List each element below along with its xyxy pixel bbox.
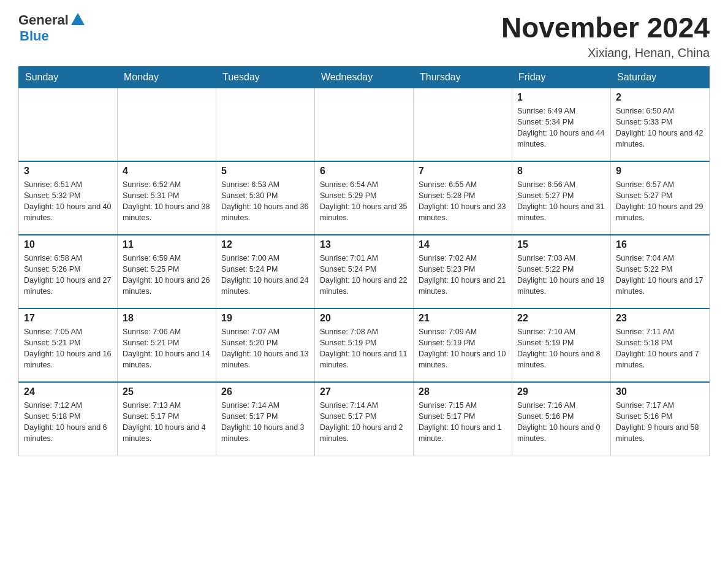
day-info: Sunrise: 6:55 AM Sunset: 5:28 PM Dayligh… [419, 179, 507, 224]
logo: General Blue [18, 12, 85, 44]
day-of-week-header: Thursday [414, 66, 512, 88]
logo-general-text: General [18, 12, 69, 28]
calendar-cell: 28Sunrise: 7:15 AM Sunset: 5:17 PM Dayli… [414, 382, 512, 456]
calendar-cell: 18Sunrise: 7:06 AM Sunset: 5:21 PM Dayli… [118, 308, 216, 382]
calendar-cell [216, 88, 315, 161]
day-info: Sunrise: 7:11 AM Sunset: 5:18 PM Dayligh… [616, 326, 704, 371]
day-number: 24 [24, 386, 112, 397]
day-number: 21 [419, 313, 507, 324]
day-info: Sunrise: 7:06 AM Sunset: 5:21 PM Dayligh… [123, 326, 211, 371]
calendar-week-row: 24Sunrise: 7:12 AM Sunset: 5:18 PM Dayli… [19, 382, 710, 456]
day-number: 2 [616, 92, 704, 103]
day-number: 10 [24, 239, 112, 250]
day-info: Sunrise: 7:13 AM Sunset: 5:17 PM Dayligh… [123, 400, 211, 445]
svg-marker-0 [71, 13, 85, 25]
calendar-cell: 29Sunrise: 7:16 AM Sunset: 5:16 PM Dayli… [512, 382, 611, 456]
calendar-cell: 1Sunrise: 6:49 AM Sunset: 5:34 PM Daylig… [512, 88, 611, 161]
calendar-cell: 20Sunrise: 7:08 AM Sunset: 5:19 PM Dayli… [315, 308, 414, 382]
day-number: 19 [221, 313, 309, 324]
day-number: 7 [419, 166, 507, 177]
calendar-cell: 4Sunrise: 6:52 AM Sunset: 5:31 PM Daylig… [118, 161, 216, 235]
day-info: Sunrise: 7:04 AM Sunset: 5:22 PM Dayligh… [616, 253, 704, 297]
day-number: 18 [123, 313, 211, 324]
day-number: 15 [517, 239, 605, 250]
calendar-cell: 25Sunrise: 7:13 AM Sunset: 5:17 PM Dayli… [118, 382, 216, 456]
day-number: 1 [517, 92, 605, 103]
day-of-week-header: Friday [512, 66, 611, 88]
calendar-cell: 21Sunrise: 7:09 AM Sunset: 5:19 PM Dayli… [414, 308, 512, 382]
month-title: November 2024 [501, 12, 710, 44]
calendar-week-row: 17Sunrise: 7:05 AM Sunset: 5:21 PM Dayli… [19, 308, 710, 382]
calendar-cell [414, 88, 512, 161]
day-number: 28 [419, 386, 507, 397]
calendar-cell: 19Sunrise: 7:07 AM Sunset: 5:20 PM Dayli… [216, 308, 315, 382]
day-number: 17 [24, 313, 112, 324]
day-info: Sunrise: 6:59 AM Sunset: 5:25 PM Dayligh… [123, 253, 211, 297]
day-number: 22 [517, 313, 605, 324]
day-number: 5 [221, 166, 309, 177]
day-info: Sunrise: 6:51 AM Sunset: 5:32 PM Dayligh… [24, 179, 112, 224]
calendar-cell: 8Sunrise: 6:56 AM Sunset: 5:27 PM Daylig… [512, 161, 611, 235]
day-number: 25 [123, 386, 211, 397]
calendar-cell: 22Sunrise: 7:10 AM Sunset: 5:19 PM Dayli… [512, 308, 611, 382]
calendar-cell: 12Sunrise: 7:00 AM Sunset: 5:24 PM Dayli… [216, 235, 315, 308]
day-info: Sunrise: 7:08 AM Sunset: 5:19 PM Dayligh… [320, 326, 408, 371]
day-info: Sunrise: 6:53 AM Sunset: 5:30 PM Dayligh… [221, 179, 309, 224]
day-info: Sunrise: 7:16 AM Sunset: 5:16 PM Dayligh… [517, 400, 605, 445]
calendar-cell: 5Sunrise: 6:53 AM Sunset: 5:30 PM Daylig… [216, 161, 315, 235]
day-number: 11 [123, 239, 211, 250]
calendar-cell: 15Sunrise: 7:03 AM Sunset: 5:22 PM Dayli… [512, 235, 611, 308]
day-number: 23 [616, 313, 704, 324]
day-number: 20 [320, 313, 408, 324]
day-info: Sunrise: 6:50 AM Sunset: 5:33 PM Dayligh… [616, 105, 704, 150]
day-info: Sunrise: 7:00 AM Sunset: 5:24 PM Dayligh… [221, 253, 309, 297]
day-info: Sunrise: 6:58 AM Sunset: 5:26 PM Dayligh… [24, 253, 112, 297]
day-number: 13 [320, 239, 408, 250]
day-info: Sunrise: 7:02 AM Sunset: 5:23 PM Dayligh… [419, 253, 507, 297]
calendar-header-row: SundayMondayTuesdayWednesdayThursdayFrid… [19, 66, 710, 88]
calendar-cell: 23Sunrise: 7:11 AM Sunset: 5:18 PM Dayli… [611, 308, 710, 382]
calendar-cell [315, 88, 414, 161]
day-of-week-header: Tuesday [216, 66, 315, 88]
logo-blue-text: Blue [20, 28, 49, 44]
day-info: Sunrise: 7:10 AM Sunset: 5:19 PM Dayligh… [517, 326, 605, 371]
day-number: 4 [123, 166, 211, 177]
day-number: 12 [221, 239, 309, 250]
calendar-cell: 10Sunrise: 6:58 AM Sunset: 5:26 PM Dayli… [19, 235, 118, 308]
calendar-cell: 17Sunrise: 7:05 AM Sunset: 5:21 PM Dayli… [19, 308, 118, 382]
calendar-cell: 11Sunrise: 6:59 AM Sunset: 5:25 PM Dayli… [118, 235, 216, 308]
calendar-table: SundayMondayTuesdayWednesdayThursdayFrid… [18, 66, 710, 456]
day-info: Sunrise: 6:52 AM Sunset: 5:31 PM Dayligh… [123, 179, 211, 224]
calendar-cell: 16Sunrise: 7:04 AM Sunset: 5:22 PM Dayli… [611, 235, 710, 308]
calendar-cell: 30Sunrise: 7:17 AM Sunset: 5:16 PM Dayli… [611, 382, 710, 456]
calendar-cell: 14Sunrise: 7:02 AM Sunset: 5:23 PM Dayli… [414, 235, 512, 308]
day-info: Sunrise: 7:17 AM Sunset: 5:16 PM Dayligh… [616, 400, 704, 445]
day-of-week-header: Monday [118, 66, 216, 88]
day-info: Sunrise: 7:03 AM Sunset: 5:22 PM Dayligh… [517, 253, 605, 297]
title-area: November 2024 Xixiang, Henan, China [501, 12, 710, 60]
day-info: Sunrise: 7:07 AM Sunset: 5:20 PM Dayligh… [221, 326, 309, 371]
day-number: 27 [320, 386, 408, 397]
calendar-cell: 9Sunrise: 6:57 AM Sunset: 5:27 PM Daylig… [611, 161, 710, 235]
day-number: 29 [517, 386, 605, 397]
day-info: Sunrise: 7:12 AM Sunset: 5:18 PM Dayligh… [24, 400, 112, 445]
calendar-cell: 13Sunrise: 7:01 AM Sunset: 5:24 PM Dayli… [315, 235, 414, 308]
calendar-cell: 27Sunrise: 7:14 AM Sunset: 5:17 PM Dayli… [315, 382, 414, 456]
day-info: Sunrise: 7:14 AM Sunset: 5:17 PM Dayligh… [221, 400, 309, 445]
day-info: Sunrise: 6:56 AM Sunset: 5:27 PM Dayligh… [517, 179, 605, 224]
day-number: 30 [616, 386, 704, 397]
day-info: Sunrise: 6:54 AM Sunset: 5:29 PM Dayligh… [320, 179, 408, 224]
day-of-week-header: Sunday [19, 66, 118, 88]
day-info: Sunrise: 7:15 AM Sunset: 5:17 PM Dayligh… [419, 400, 507, 445]
logo-triangle-icon [71, 13, 85, 25]
calendar-cell: 7Sunrise: 6:55 AM Sunset: 5:28 PM Daylig… [414, 161, 512, 235]
day-number: 14 [419, 239, 507, 250]
day-number: 16 [616, 239, 704, 250]
day-number: 6 [320, 166, 408, 177]
day-number: 9 [616, 166, 704, 177]
calendar-cell [19, 88, 118, 161]
day-info: Sunrise: 7:14 AM Sunset: 5:17 PM Dayligh… [320, 400, 408, 445]
calendar-cell: 3Sunrise: 6:51 AM Sunset: 5:32 PM Daylig… [19, 161, 118, 235]
calendar-week-row: 3Sunrise: 6:51 AM Sunset: 5:32 PM Daylig… [19, 161, 710, 235]
calendar-cell: 2Sunrise: 6:50 AM Sunset: 5:33 PM Daylig… [611, 88, 710, 161]
